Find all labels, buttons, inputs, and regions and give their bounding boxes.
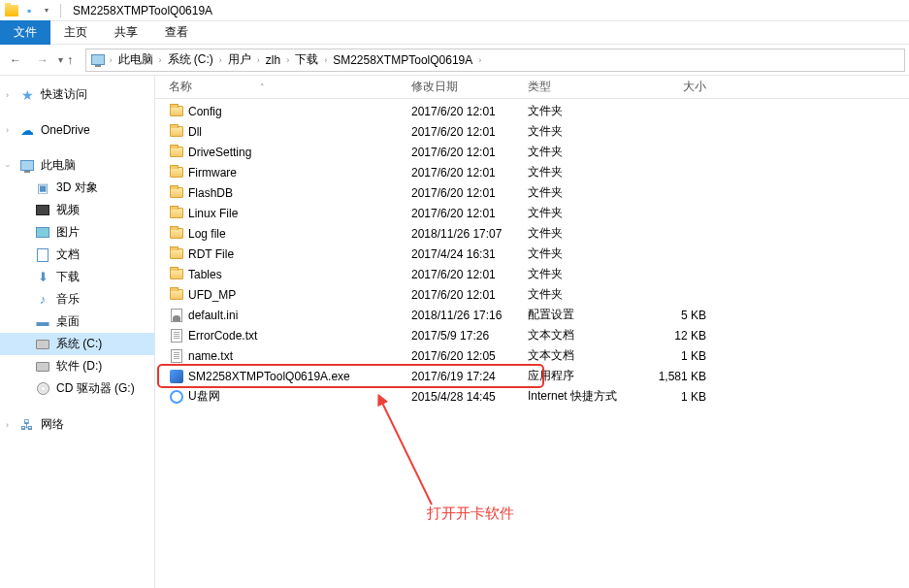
file-row[interactable]: U盘网2015/4/28 14:45Internet 快捷方式1 KB	[155, 386, 909, 407]
file-row[interactable]: default.ini2018/11/26 17:16配置设置5 KB	[155, 305, 909, 325]
folder-icon	[169, 145, 184, 160]
sidebar-item-label: 图片	[56, 224, 80, 241]
doc-icon	[35, 247, 50, 263]
file-size: 1 KB	[636, 349, 714, 363]
file-row[interactable]: Linux File2017/6/20 12:01文件夹	[155, 203, 909, 223]
sidebar-item[interactable]: 文档	[0, 244, 154, 266]
breadcrumb[interactable]: › 此电脑 › 系统 (C:) › 用户 › zlh › 下载 › SM2258…	[85, 49, 906, 72]
sidebar-item-label: 3D 对象	[56, 180, 98, 196]
titlebar: ▪ ▾ SM2258XTMPToolQ0619A	[0, 0, 909, 21]
dropdown-icon[interactable]: ▾	[39, 3, 54, 18]
file-row[interactable]: Tables2017/6/20 12:01文件夹	[155, 264, 909, 284]
file-row[interactable]: name.txt2017/6/20 12:05文本文档1 KB	[155, 345, 909, 366]
sidebar-item-quickaccess[interactable]: › ★ 快速访问	[0, 83, 154, 106]
desk-icon: ▬	[35, 314, 50, 330]
tab-home[interactable]: 主页	[50, 20, 101, 45]
sidebar-item-network[interactable]: › 🖧 网络	[0, 413, 154, 436]
file-row[interactable]: Firmware2017/6/20 12:01文件夹	[155, 162, 909, 182]
star-icon: ★	[19, 87, 35, 103]
breadcrumb-item[interactable]: 用户	[226, 51, 253, 68]
file-row[interactable]: Config2017/6/20 12:01文件夹	[155, 101, 909, 121]
pic-icon	[35, 225, 50, 241]
breadcrumb-item[interactable]: 下载	[293, 51, 320, 68]
breadcrumb-item[interactable]: 此电脑	[116, 51, 155, 68]
sidebar-item[interactable]: 软件 (D:)	[0, 355, 154, 377]
sidebar-item[interactable]: ♪音乐	[0, 288, 154, 310]
file-type: 应用程序	[520, 368, 636, 384]
sort-indicator-icon: ˄	[260, 82, 265, 92]
chevron-down-icon[interactable]: ›	[3, 164, 13, 167]
sidebar-item-thispc[interactable]: › 此电脑	[0, 154, 154, 177]
file-type: 文本文档	[520, 347, 636, 364]
file-date: 2017/6/20 12:05	[404, 349, 520, 363]
column-header-type[interactable]: 类型	[520, 79, 636, 95]
sidebar-item[interactable]: 图片	[0, 221, 154, 244]
file-row[interactable]: Log file2018/11/26 17:07文件夹	[155, 223, 909, 244]
file-name: FlashDB	[188, 186, 233, 200]
file-row[interactable]: DriveSetting2017/6/20 12:01文件夹	[155, 142, 909, 162]
file-type: 文件夹	[520, 266, 636, 282]
file-size: 1 KB	[636, 390, 714, 404]
tab-share[interactable]: 共享	[101, 20, 151, 45]
file-date: 2017/6/20 12:01	[404, 105, 520, 118]
file-date: 2017/6/19 17:24	[404, 370, 520, 383]
sidebar-item[interactable]: ⬇下载	[0, 266, 154, 288]
file-date: 2017/6/20 12:01	[404, 125, 520, 139]
back-button[interactable]: ←	[4, 49, 27, 72]
sidebar-item-label: 音乐	[56, 291, 80, 308]
file-size: 5 KB	[636, 309, 714, 322]
file-size: 12 KB	[636, 329, 714, 343]
sidebar: › ★ 快速访问 › ☁ OneDrive › 此电脑 ▣3D 对象视频图片文档…	[0, 76, 155, 588]
sidebar-item[interactable]: 视频	[0, 199, 154, 221]
file-row[interactable]: FlashDB2017/6/20 12:01文件夹	[155, 182, 909, 203]
folder-icon	[169, 246, 184, 262]
separator	[60, 4, 61, 17]
column-header-date[interactable]: 修改日期	[404, 79, 520, 95]
sidebar-item-label: 网络	[41, 416, 64, 433]
chevron-right-icon: ›	[474, 55, 485, 65]
file-row[interactable]: ErrorCode.txt2017/5/9 17:26文本文档12 KB	[155, 325, 909, 345]
properties-icon[interactable]: ▪	[21, 3, 37, 18]
file-date: 2017/6/20 12:01	[404, 166, 520, 180]
tab-view[interactable]: 查看	[151, 20, 202, 45]
file-type: 文本文档	[520, 327, 636, 343]
breadcrumb-item[interactable]: zlh	[264, 53, 282, 67]
file-row[interactable]: Dll2017/6/20 12:01文件夹	[155, 121, 909, 142]
file-row[interactable]: RDT File2017/4/24 16:31文件夹	[155, 244, 909, 264]
file-date: 2017/6/20 12:01	[404, 288, 520, 302]
file-name: U盘网	[188, 388, 220, 405]
file-date: 2018/11/26 17:16	[404, 309, 520, 322]
sidebar-item[interactable]: 系统 (C:)	[0, 333, 154, 355]
breadcrumb-item[interactable]: 系统 (C:)	[166, 51, 215, 68]
cd-icon	[35, 381, 50, 397]
history-dropdown-icon[interactable]: ▾	[58, 54, 63, 65]
sidebar-item-label: OneDrive	[41, 123, 90, 137]
column-header-size[interactable]: 大小	[636, 79, 714, 95]
file-name: Firmware	[188, 166, 237, 180]
drive-icon	[35, 359, 50, 375]
column-header-name[interactable]: 名称˄	[155, 79, 404, 95]
ini-icon	[169, 308, 184, 323]
chevron-right-icon[interactable]: ›	[6, 125, 9, 135]
file-name: name.txt	[188, 349, 233, 363]
ribbon: 文件 主页 共享 查看	[0, 21, 909, 45]
sidebar-item[interactable]: ▣3D 对象	[0, 177, 154, 199]
forward-button[interactable]: →	[31, 49, 54, 72]
tab-file[interactable]: 文件	[0, 20, 50, 45]
chevron-right-icon[interactable]: ›	[6, 90, 9, 100]
file-name: SM2258XTMPToolQ0619A.exe	[188, 370, 350, 383]
sidebar-item[interactable]: ▬桌面	[0, 310, 154, 333]
up-button[interactable]: ↑	[67, 52, 74, 67]
breadcrumb-item[interactable]: SM2258XTMPToolQ0619A	[331, 53, 474, 67]
file-date: 2018/11/26 17:07	[404, 227, 520, 241]
file-row[interactable]: UFD_MP2017/6/20 12:01文件夹	[155, 284, 909, 305]
sidebar-item-onedrive[interactable]: › ☁ OneDrive	[0, 119, 154, 141]
file-row[interactable]: SM2258XTMPToolQ0619A.exe2017/6/19 17:24应…	[155, 366, 909, 386]
file-date: 2017/6/20 12:01	[404, 268, 520, 281]
sidebar-item[interactable]: CD 驱动器 (G:)	[0, 377, 154, 400]
chevron-right-icon[interactable]: ›	[6, 420, 9, 430]
file-name: Dll	[188, 125, 202, 139]
exe-icon	[169, 369, 184, 384]
annotation-text: 打开开卡软件	[427, 505, 514, 523]
file-type: 文件夹	[520, 205, 636, 221]
